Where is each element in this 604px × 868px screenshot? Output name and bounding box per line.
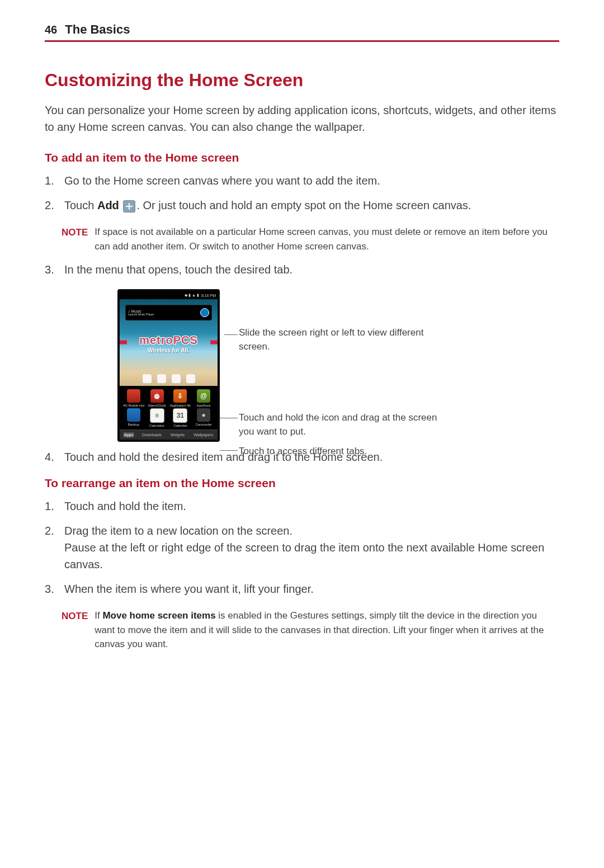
note-body: If Move home screen items is enabled in … xyxy=(95,608,559,652)
section-title: The Basics xyxy=(65,22,130,37)
manual-page: 46 The Basics Customizing the Home Scree… xyxy=(0,0,604,693)
app-label: Camcorder xyxy=(193,423,214,426)
app-icon: @ xyxy=(197,389,210,403)
add-step-3: In the menu that opens, touch the desire… xyxy=(45,261,559,278)
phone-figure: ◆ ▮ ▲ ▮ 8:16 PM ♪ Music Launch Music Pla… xyxy=(117,289,559,442)
app-label: Alarm/Clock xyxy=(147,404,168,407)
phone-mockup: ◆ ▮ ▲ ▮ 8:16 PM ♪ Music Launch Music Pla… xyxy=(117,289,220,442)
add-step-2-text-a: Touch xyxy=(64,199,97,211)
note-label: NOTE xyxy=(62,225,88,253)
app-cell: 31Calendar xyxy=(169,408,191,427)
add-item-steps: Go to the Home screen canvas where you w… xyxy=(45,172,559,214)
page-header: 46 The Basics xyxy=(45,22,559,42)
tab-downloads: Downloads xyxy=(141,432,163,437)
play-button-icon xyxy=(200,308,209,317)
app-label: Calendar xyxy=(169,424,191,427)
add-item-heading: To add an item to the Home screen xyxy=(45,151,559,164)
note-label: NOTE xyxy=(62,608,88,652)
status-time: 8:16 PM xyxy=(201,294,216,298)
tab-wallpapers: Wallpapers xyxy=(192,432,214,437)
app-grid: 4G Mobile Hotspot⏰Alarm/Clock⇩Applicatio… xyxy=(120,386,218,430)
app-icon xyxy=(127,408,140,422)
intro-paragraph: You can personalize your Home screen by … xyxy=(45,102,559,135)
app-icon: 31 xyxy=(173,408,187,423)
add-item-steps-cont: In the menu that opens, touch the desire… xyxy=(45,261,559,278)
note-text-a: If xyxy=(95,610,102,621)
status-bar: ◆ ▮ ▲ ▮ 8:16 PM xyxy=(120,291,218,299)
music-banner: ♪ Music Launch Music Player xyxy=(125,305,212,320)
app-label: AppStore xyxy=(193,404,214,407)
dock-icon xyxy=(157,374,167,384)
rearrange-step-1: Touch and hold the item. xyxy=(45,498,559,515)
page-title: Customizing the Home Screen xyxy=(45,70,559,91)
tab-bar: AppsDownloadsWidgetsWallpapers xyxy=(120,430,218,440)
app-cell: 4G Mobile Hotspot xyxy=(123,389,144,407)
banner-text: Launch Music Player xyxy=(128,313,154,316)
app-cell: ⏰Alarm/Clock xyxy=(147,389,168,407)
app-label: Backup xyxy=(123,423,144,426)
add-item-steps-final: Touch and hold the desired item and drag… xyxy=(45,449,559,465)
carrier-logo: metroPCS xyxy=(120,334,218,347)
dock-icon xyxy=(171,374,181,384)
callout-drag: Touch and hold the icon and drag at the … xyxy=(239,411,449,438)
status-icons: ◆ ▮ ▲ ▮ xyxy=(185,293,199,298)
add-note: NOTE If space is not available on a part… xyxy=(62,225,559,253)
add-step-4: Touch and hold the desired item and drag… xyxy=(45,449,559,465)
dock-icon xyxy=(186,374,196,384)
app-label: 4G Mobile Hotspot xyxy=(123,404,144,407)
note-bold: Move home screen items xyxy=(102,610,215,621)
page-number: 46 xyxy=(45,23,57,36)
add-step-2-text-c: . Or just touch and hold an empty spot o… xyxy=(136,199,471,211)
app-icon: ⏰ xyxy=(150,389,164,403)
wallpaper-area: ♪ Music Launch Music Player metroPCS Wir… xyxy=(120,299,218,386)
dock-row xyxy=(120,374,218,384)
tab-widgets: Widgets xyxy=(169,432,186,437)
rearrange-step-2: Drag the item to a new location on the s… xyxy=(45,522,559,573)
dock-icon xyxy=(142,374,152,384)
app-cell: @AppStore xyxy=(193,389,214,407)
app-cell: ●Camcorder xyxy=(193,408,214,427)
app-icon: ⇩ xyxy=(173,389,187,403)
rearrange-heading: To rearrange an item on the Home screen xyxy=(45,477,559,490)
callout-slide: Slide the screen right or left to view d… xyxy=(239,326,449,353)
rearrange-note: NOTE If Move home screen items is enable… xyxy=(62,608,559,652)
app-label: Application Manager xyxy=(169,404,191,407)
tab-apps: Apps xyxy=(123,432,134,437)
carrier-tagline: Wireless for All. xyxy=(120,347,218,353)
note-body: If space is not available on a particula… xyxy=(95,225,559,253)
app-icon xyxy=(127,389,140,403)
add-step-2: Touch Add . Or just touch and hold an em… xyxy=(45,197,559,214)
app-icon: ≡ xyxy=(150,408,164,423)
add-step-1: Go to the Home screen canvas where you w… xyxy=(45,172,559,189)
rearrange-step-3: When the item is where you want it, lift… xyxy=(45,581,559,597)
app-cell: ⇩Application Manager xyxy=(169,389,191,407)
app-cell: Backup xyxy=(123,408,144,427)
rearrange-steps: Touch and hold the item. Drag the item t… xyxy=(45,498,559,597)
add-label: Add xyxy=(97,199,119,211)
app-cell: ≡Calculator xyxy=(147,408,168,427)
plus-icon xyxy=(123,200,135,213)
app-icon: ● xyxy=(197,408,210,422)
app-label: Calculator xyxy=(147,424,168,427)
